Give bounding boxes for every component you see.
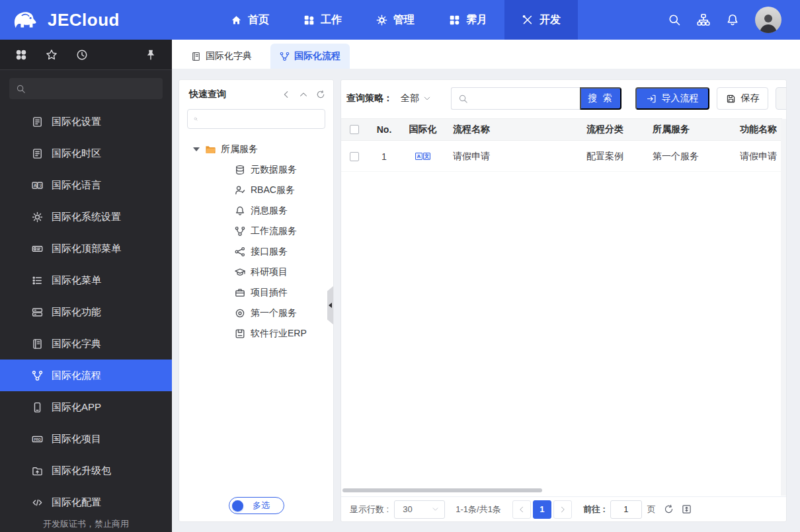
stack-icon [32,307,43,318]
save-button[interactable]: 保存 [717,87,768,110]
tree-item-first-service[interactable]: 第一个服务 [179,303,333,323]
vertical-scrollbar-track[interactable] [781,119,786,496]
tree-root-services[interactable]: 所属服务 [179,139,333,159]
tree-item-workflow-service[interactable]: 工作流服务 [179,221,333,241]
nav-item-admin[interactable]: 管理 [359,0,432,40]
org-chart-icon[interactable] [697,13,710,26]
table-search-input[interactable] [473,94,573,104]
sidebar-item-i18n-workflow[interactable]: 国际化流程 [0,360,172,391]
tab-label: 国际化字典 [206,50,252,62]
main-nav: 首页 工作 管理 霁月 开发 [214,0,578,40]
clock-icon[interactable] [76,49,88,61]
sidebar-item-i18n-function[interactable]: 国际化功能 [0,296,172,328]
sidebar-item-i18n-menu[interactable]: 国际化菜单 [0,264,172,296]
translate-badge-icon[interactable]: A文 [415,153,430,160]
app-logo[interactable]: JECloud [11,7,120,32]
tree-item-erp-service[interactable]: 软件行业ERP [179,323,333,344]
clipped-button[interactable] [776,87,787,110]
tree-item-label: 软件行业ERP [251,328,307,340]
sidebar-item-i18n-system[interactable]: 国际化系统设置 [0,201,172,233]
sidebar-item-i18n-project[interactable]: PRO 国际化项目 [0,423,172,455]
list-toolbar: 查询策略： 全部 搜 索 导入流程 [341,87,786,110]
gear-icon [32,211,43,223]
menu-label: 国际化时区 [52,147,101,160]
tree-item-metadata-service[interactable]: 元数据服务 [179,159,333,180]
caret-down-icon[interactable] [193,147,200,151]
next-page-button[interactable] [553,500,572,519]
tree-item-project-plugin[interactable]: 项目插件 [179,282,333,303]
tree-item-api-service[interactable]: 接口服务 [179,241,333,262]
briefcase-icon [235,287,245,298]
list-icon [32,275,43,286]
sidebar-item-i18n-language[interactable]: A文 国际化语言 [0,169,172,201]
star-icon[interactable] [46,49,58,61]
rows-per-page-select[interactable]: 30 [394,500,445,519]
sidebar-item-i18n-timezone[interactable]: 国际化时区 [0,137,172,169]
nav-item-dev[interactable]: 开发 [504,0,578,40]
sidebar-iconbar [0,40,172,70]
sidebar-item-i18n-app[interactable]: 国际化APP [0,391,172,423]
rows-per-page-value: 30 [403,504,412,514]
search-icon[interactable] [668,13,681,26]
sidebar-item-i18n-settings[interactable]: 国际化设置 [0,106,172,137]
menu-label: 国际化语言 [52,179,101,192]
nav-item-work[interactable]: 工作 [286,0,359,40]
tree-search-input[interactable] [202,114,319,124]
circle-dot-icon [235,308,245,319]
search-icon [458,94,468,104]
sidebar-item-i18n-config[interactable]: 国际化配置 [0,486,172,518]
menu-label: 国际化APP [52,401,101,414]
tab-i18n-workflow[interactable]: 国际化流程 [270,44,350,69]
row-height-icon[interactable] [682,504,692,514]
dev-license-note: 开发版证书，禁止商用 [0,518,172,530]
chevron-up-icon[interactable] [299,90,308,99]
tree-item-research-project[interactable]: 科研项目 [179,262,333,282]
tree-item-label: 第一个服务 [251,307,297,319]
sidebar-item-i18n-dictionary[interactable]: 国际化字典 [0,328,172,360]
folder-up-icon [32,465,43,476]
sidebar-search[interactable] [9,78,163,99]
strategy-select[interactable]: 全部 [401,93,431,104]
table-row[interactable]: 1 A文 请假申请 配置案例 第一个服务 请假申请 [341,141,782,172]
book-icon [191,52,201,61]
sidebar-search-input[interactable] [31,84,156,94]
apps-icon[interactable] [15,49,27,61]
sidebar-item-i18n-topmenu[interactable]: 国际化顶部菜单 [0,233,172,264]
nav-item-home[interactable]: 首页 [214,0,286,40]
tree-item-rbac-service[interactable]: RBAC服务 [179,180,333,200]
database-icon [235,165,245,175]
chevron-left-icon[interactable] [282,90,291,99]
goto-page-input[interactable] [610,500,642,519]
refresh-icon[interactable] [316,90,325,99]
import-workflow-button[interactable]: 导入流程 [635,87,709,110]
menu-label: 国际化升级包 [52,465,111,477]
pin-icon[interactable] [145,49,157,61]
tree-item-message-service[interactable]: 消息服务 [179,200,333,221]
select-all-checkbox[interactable] [350,125,359,134]
row-checkbox[interactable] [350,152,359,161]
tree-root-label: 所属服务 [221,143,258,155]
home-icon [231,15,242,26]
table-search[interactable] [451,87,580,110]
refresh-icon[interactable] [664,504,674,514]
folder-open-icon [205,144,216,155]
quick-query-panel: 快速查询 所属服务 [179,79,334,522]
tab-i18n-dictionary[interactable]: 国际化字典 [182,44,261,69]
top-menu-icon [32,243,43,254]
translate-icon: A文 [32,180,43,191]
badge-letter: A [415,153,422,160]
bell-icon[interactable] [726,13,739,26]
horizontal-scrollbar-thumb[interactable] [342,488,542,492]
multi-select-toggle[interactable]: 多选 [229,497,284,514]
tree-search[interactable] [187,109,325,129]
current-page-button[interactable]: 1 [533,500,551,519]
sidebar-item-i18n-upgrade[interactable]: 国际化升级包 [0,455,172,486]
panel-collapse-handle[interactable] [327,286,333,324]
prev-page-button[interactable] [512,500,531,519]
workflow-icon [280,52,290,61]
nav-item-jiyue[interactable]: 霁月 [432,0,504,40]
rows-per-page-label: 显示行数 : [350,504,389,515]
search-button[interactable]: 搜 索 [580,87,621,110]
user-avatar[interactable] [755,7,781,33]
button-label: 保存 [741,93,760,104]
